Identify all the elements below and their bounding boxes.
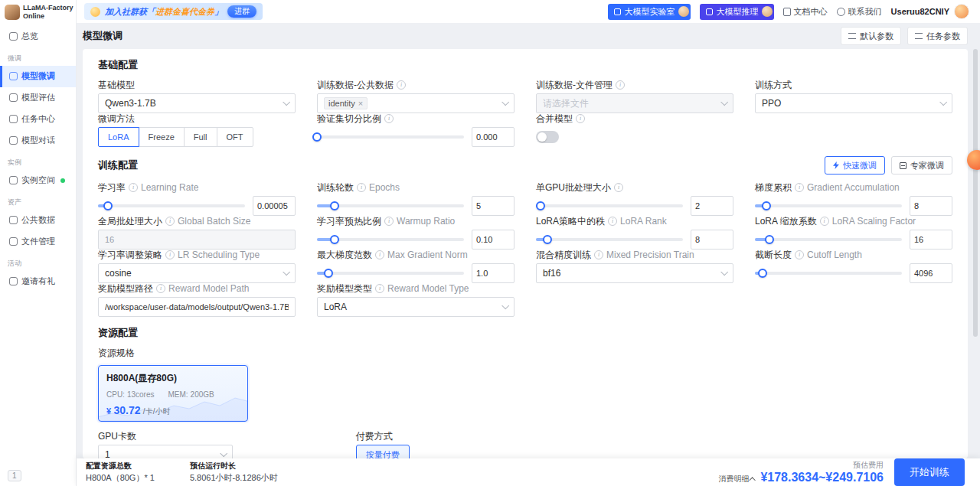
sidebar-item-invite-gift[interactable]: 邀请有礼 [0,271,76,292]
public-data-select[interactable]: identity [317,93,514,113]
invite-gift-icon [9,277,18,285]
slider[interactable] [755,196,902,216]
method-freeze-button[interactable]: Freeze [139,127,185,147]
value-input[interactable] [910,196,952,216]
select[interactable]: cosine [98,263,296,283]
user-menu[interactable]: Useruu82CNIY [891,4,969,19]
sidebar-collapse-badge: 1 [8,470,21,481]
slider[interactable] [317,263,464,283]
docs-link[interactable]: 文档中心 [783,6,828,18]
llm-lab-button[interactable]: 大模型实验室 [608,4,691,20]
text-input[interactable] [98,297,296,317]
value-input[interactable] [691,196,733,216]
field-control [98,230,296,250]
slider[interactable] [536,196,683,216]
sidebar-item-instance-space[interactable]: 实例空间 [0,170,76,191]
cost-value: ¥178.3634~¥249.7106 [760,471,884,484]
slider-handle[interactable] [543,235,552,244]
pay-per-use-button[interactable]: 按量付费 [356,445,410,458]
sidebar-item-file-manage[interactable]: 文件管理 [0,231,76,253]
model-evaluate-icon [9,93,18,102]
basic-section-title: 基础配置 [98,58,952,72]
field-control: identity [317,93,514,113]
field-control: Qwen3-1.7B [98,93,296,113]
slider-handle[interactable] [312,132,322,142]
value-input[interactable] [691,230,733,250]
expert-finetune-button[interactable]: 专家微调 [891,156,952,175]
logo[interactable]: LLaMA-Factory Online [0,0,76,26]
field-label-zh: 训练数据-文件管理 [536,79,612,92]
slider-handle[interactable] [330,201,339,210]
value-input[interactable] [472,230,514,250]
stat-label: 配置资源总数 [86,461,155,471]
sidebar-item-overview[interactable]: 总览 [0,26,76,47]
train-mode-field: 训练方式 PPO [755,80,952,113]
valsplit-input[interactable] [472,127,514,147]
slider[interactable] [317,230,464,250]
join-group-button[interactable]: 进群 [227,5,256,18]
field-label-zh: 奖励模型类型 [317,282,372,295]
slider[interactable] [755,230,902,250]
value-input[interactable] [253,196,296,216]
sidebar-item-model-chat[interactable]: 模型对话 [0,130,76,152]
file-data-select[interactable]: 请选择文件 [536,93,733,113]
slider-handle[interactable] [765,235,774,244]
sidebar-item-task-center[interactable]: 任务中心 [0,109,76,130]
flask-icon [614,8,621,15]
sliders-icon [848,33,856,39]
tag-close-icon[interactable] [358,99,363,108]
select-value: 1 [105,449,216,458]
slider-handle[interactable] [103,201,113,210]
cost-detail-toggle[interactable]: 消费明细 [718,474,756,484]
select[interactable]: bf16 [536,263,733,283]
sidebar-item-model-evaluate[interactable]: 模型评估 [0,87,76,109]
base-model-select[interactable]: Qwen3-1.7B [98,93,296,113]
slider[interactable] [755,263,902,283]
contact-link[interactable]: 联系我们 [837,6,882,18]
value-input[interactable] [472,263,514,283]
method-segmented: LoRAFreezeFullOFT [98,127,253,147]
start-training-button[interactable]: 开始训练 [894,458,965,486]
sidebar-item-public-data[interactable]: 公共数据 [0,210,76,231]
gpu-count-select[interactable]: 1 [98,445,233,458]
field-label: 学习率预热比例Warmup Ratio [317,216,514,227]
config-card: 基础配置 基础模型 Qwen3-1.7B [83,49,968,458]
quick-finetune-button[interactable]: 快速微调 [825,156,885,175]
merge-model-toggle[interactable] [536,131,559,143]
currency-symbol: ¥ [106,406,111,416]
sidebar-item-model-finetune[interactable]: 模型微调 [0,66,76,87]
info-icon [384,217,394,226]
sidebar-collapse[interactable]: 1 [0,465,76,486]
slider-handle[interactable] [536,201,545,210]
field-label: 最大梯度范数Max Gradient Norm [317,250,514,260]
field-label: 学习率Learning Rate [98,182,296,193]
community-banner[interactable]: 加入社群获「进群金喜代金券」 进群 [84,3,263,20]
select[interactable]: LoRA [317,297,514,317]
field-label-zh: 训练方式 [755,79,792,92]
slider-handle[interactable] [758,269,767,278]
task-params-button[interactable]: 任务参数 [907,27,968,45]
slider-handle[interactable] [324,269,333,278]
train-mode-select[interactable]: PPO [755,93,952,113]
default-params-button[interactable]: 默认参数 [841,27,901,45]
value-input[interactable] [910,263,952,283]
slider-handle[interactable] [330,235,339,244]
method-full-button[interactable]: Full [184,127,217,147]
method-oft-button[interactable]: OFT [217,127,253,147]
spec-card-h800a[interactable]: H800A(显存80G) CPU:13cores MEM:200GB ¥ 30.… [98,365,248,422]
slider-handle[interactable] [762,201,771,210]
llm-inference-button[interactable]: 大模型推理 [700,4,774,20]
slider-track [755,204,902,207]
value-input[interactable] [472,196,514,216]
slider[interactable] [98,196,245,216]
slider[interactable] [536,230,683,250]
training-field: 学习率调整策略LR Scheduling Typecosine [98,250,296,283]
vertical-scrollbar[interactable] [973,49,978,337]
tag-label: identity [328,99,355,108]
value-input[interactable] [910,230,952,250]
slider[interactable] [317,196,464,216]
method-lora-button[interactable]: LoRA [98,127,139,147]
field-label: 截断长度Cutoff Length [755,250,952,260]
info-icon [384,114,394,123]
valsplit-slider[interactable] [317,127,464,147]
